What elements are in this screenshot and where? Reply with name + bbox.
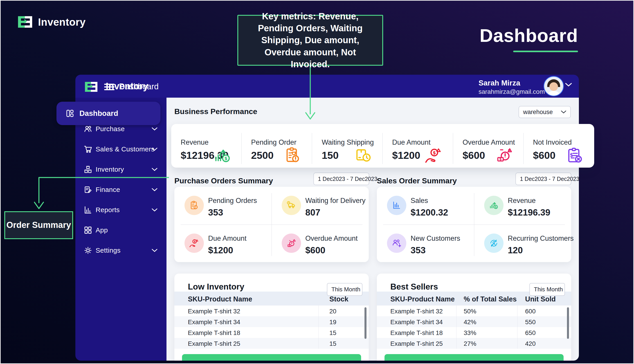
sidebar-item-label: Dashboard (80, 109, 118, 118)
svg-text:$: $ (194, 240, 196, 243)
app-logo-icon: E Ǝ (84, 80, 98, 95)
recurring-customers-cell: Recurring Customers 120 (474, 224, 571, 262)
business-performance-metrics-card: Revenue $12196.39 $ Pending Order 2500 W… (171, 124, 594, 168)
sidebar-item-finance[interactable]: Finance (75, 182, 166, 197)
cell-product: Example T-shirt 32 (390, 308, 443, 315)
cell-product: Example T-shirt 18 (390, 329, 443, 336)
purchase-overdue-amount-cell: $ Overdue Amount $600 (272, 224, 369, 262)
annotation-order-summary: Order Summary (4, 211, 73, 239)
metric-label: Pending Order (251, 138, 296, 146)
table-row: Example T-shirt 25 27% 420 (377, 338, 571, 349)
cell-units: 550 (525, 318, 536, 326)
cell-product: Example T-shirt 25 (390, 340, 443, 347)
metric-value: $600 (462, 150, 485, 161)
period-value: This Month (534, 286, 563, 293)
cell-units: 420 (525, 340, 536, 347)
low-inventory-period-dropdown[interactable]: This Month (327, 283, 362, 296)
divider (312, 133, 312, 164)
svg-text:$: $ (224, 156, 228, 161)
cell-product: Example T-shirt 18 (188, 329, 240, 336)
metric-label: Pending Orders (208, 196, 257, 205)
metric-value: 807 (305, 208, 320, 218)
cell-percent: 50% (464, 308, 476, 315)
cell-percent: 42% (464, 318, 476, 326)
cell-units: 650 (525, 329, 536, 336)
cart-icon (84, 145, 92, 154)
title-underline (513, 50, 578, 52)
table-row: Example T-shirt 34 19 (174, 316, 369, 327)
metric-value: $12196.39 (508, 208, 550, 218)
table-row: Example T-shirt 32 50% 600 (377, 306, 571, 316)
sidebar-item-sales-customers[interactable]: Sales & Customers (75, 142, 166, 156)
metric-value: 150 (322, 150, 338, 161)
column-divider (456, 306, 456, 349)
metric-value: $1200 (392, 150, 420, 161)
sales-cell: Sales $1200.32 (377, 187, 474, 224)
chevron-down-icon (152, 148, 158, 151)
chevron-down-icon (152, 188, 158, 192)
sidebar-item-settings[interactable]: Settings (75, 243, 166, 258)
period-value: This Month (332, 286, 360, 293)
best-sellers-period-dropdown[interactable]: This Month (530, 283, 565, 296)
metric-value: $1200 (208, 245, 233, 255)
boxes-icon (84, 165, 92, 174)
cell-product: Example T-shirt 25 (188, 340, 240, 347)
purchase-summary-card: Pending Orders 353 Waiting for Delivery … (174, 187, 369, 262)
sidebar-item-reports[interactable]: Reports (75, 203, 166, 217)
svg-text:$: $ (570, 152, 573, 158)
new-customers-cell: New Customers 353 (377, 224, 474, 262)
cell-product: Example T-shirt 34 (390, 318, 443, 326)
presentation-slide: E Ǝ Inventory Key metrics: Revenue, Pend… (0, 0, 634, 364)
table-scrollbar[interactable] (364, 307, 366, 339)
column-divider (318, 306, 318, 349)
shipping-clock-icon (354, 146, 372, 165)
cell-stock: 15 (329, 340, 336, 347)
sidebar-item-inventory[interactable]: Inventory (75, 162, 166, 176)
metric-label: Not Invoiced (533, 138, 572, 146)
purchase-date-range-dropdown[interactable]: 1 Dec2023 - 7 Dec2023 (314, 172, 369, 185)
brand-name: Inventory (38, 16, 86, 28)
chevron-down-icon (152, 249, 158, 252)
menu-hamburger-icon[interactable] (104, 82, 114, 92)
sidebar-item-label: Settings (96, 246, 120, 254)
metric-waiting-shipping: Waiting Shipping 150 (312, 124, 383, 168)
sidebar-item-purchase[interactable]: Purchase (75, 122, 166, 136)
section-title-sales-order-summary: Sales Order Summary (377, 176, 457, 185)
user-email: sarahmirza@gmail.com (478, 88, 545, 96)
column-divider (517, 306, 518, 349)
slide-brand: E Ǝ Inventory (17, 14, 86, 30)
sidebar-item-app[interactable]: App (75, 223, 166, 237)
overdue-clock-icon: $ (282, 234, 301, 253)
chevron-down-icon (561, 110, 566, 114)
cell-stock: 15 (329, 329, 336, 336)
metric-label: Waiting for Delivery (305, 196, 366, 205)
table-scrollbar[interactable] (567, 307, 569, 339)
metric-value: 353 (410, 245, 426, 255)
warehouse-dropdown[interactable]: warehouse (518, 106, 571, 118)
user-menu-chevron-icon[interactable] (565, 83, 572, 88)
section-title-business-performance: Business Performance (174, 107, 258, 116)
gear-icon (84, 246, 92, 255)
metric-value: $600 (305, 245, 325, 255)
metric-label: Waiting Shipping (322, 138, 374, 146)
chevron-down-icon (152, 127, 158, 131)
table-row: Example T-shirt 34 42% 550 (377, 316, 571, 327)
column-header: Unit Sold (525, 295, 556, 303)
user-avatar[interactable] (544, 76, 564, 96)
purchase-date-range-value: 1 Dec2023 - 7 Dec2023 (318, 176, 377, 182)
best-sellers-action-button[interactable] (384, 354, 564, 361)
purchase-waiting-delivery-cell: Waiting for Delivery 807 (272, 187, 369, 224)
clipboard-pen-icon (84, 185, 92, 194)
best-sellers-card: Best Sellers This Month SKU-Product Name… (377, 274, 571, 361)
sidebar-item-label: Finance (96, 186, 120, 194)
warehouse-dropdown-value: warehouse (523, 109, 553, 116)
metric-label: New Customers (410, 234, 460, 242)
app-header-title: Dashboard (119, 82, 158, 91)
low-inventory-action-button[interactable] (182, 354, 361, 361)
sidebar-item-label: Inventory (96, 166, 124, 173)
sales-date-range-dropdown[interactable]: 1 Dec2023 - 7 Dec2023 (516, 172, 571, 185)
delivery-truck-icon (282, 196, 301, 215)
sales-revenue-cell: $ Revenue $12196.39 (474, 187, 571, 224)
table-row: Example T-shirt 25 15 (174, 338, 369, 349)
metric-revenue: Revenue $12196.39 $ (171, 124, 242, 168)
